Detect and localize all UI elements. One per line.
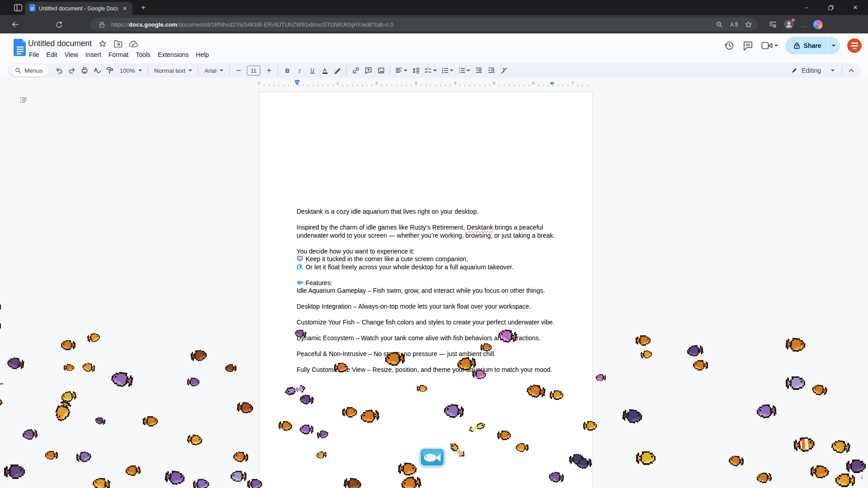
doc-line[interactable]: Or let it float freely across your whole… <box>297 263 555 272</box>
align-button[interactable] <box>393 65 409 76</box>
fish-sprite[interactable] <box>756 404 778 421</box>
doc-line[interactable]: You decide how you want to experience it… <box>297 248 555 256</box>
browser-profile-avatar[interactable] <box>783 19 794 30</box>
fish-sprite[interactable] <box>416 385 427 394</box>
account-avatar[interactable] <box>847 38 862 53</box>
font-select[interactable]: Arial <box>201 65 226 76</box>
font-size-input[interactable]: 11 <box>247 66 260 75</box>
fish-sprite[interactable] <box>686 344 705 359</box>
decrease-font-size-button[interactable] <box>232 65 245 76</box>
increase-font-size-button[interactable] <box>263 65 275 76</box>
fish-sprite[interactable] <box>548 471 565 485</box>
fish-sprite[interactable] <box>809 465 830 481</box>
doc-line[interactable]: Idle Aquarium Gameplay – Fish swim, grow… <box>297 287 555 295</box>
print-button[interactable] <box>79 65 91 76</box>
fish-sprite[interactable] <box>316 450 328 460</box>
italic-button[interactable]: I <box>293 65 306 76</box>
doc-paragraph[interactable]: Peaceful & Non-Intrusive – No stress, no… <box>297 350 555 358</box>
menu-view[interactable]: View <box>61 50 82 60</box>
fish-sprite[interactable] <box>635 451 656 467</box>
fish-sprite[interactable] <box>225 364 237 374</box>
window-close-button[interactable]: ✕ <box>851 4 860 11</box>
doc-line[interactable]: underwater world to your screen — whethe… <box>297 232 555 240</box>
fish-sprite[interactable] <box>45 451 58 461</box>
fish-sprite[interactable] <box>189 349 208 364</box>
fish-sprite[interactable] <box>620 408 643 426</box>
meet-dropdown-caret-icon[interactable] <box>774 45 778 47</box>
highlight-color-button[interactable] <box>331 65 344 76</box>
lock-icon[interactable] <box>97 19 107 29</box>
window-minimize-button[interactable]: – <box>802 4 811 11</box>
line-spacing-button[interactable] <box>410 65 422 76</box>
browser-menu-icon[interactable]: … <box>800 21 807 28</box>
zoom-select[interactable]: 100% <box>117 65 146 76</box>
fish-sprite[interactable] <box>0 399 2 408</box>
search-menus-button[interactable]: Menus <box>11 65 48 76</box>
back-icon[interactable] <box>10 19 21 30</box>
meet-video-icon[interactable] <box>761 40 773 52</box>
fish-sprite[interactable] <box>443 404 465 421</box>
fish-sprite[interactable] <box>693 360 709 372</box>
doc-paragraph[interactable]: Features:Idle Aquarium Gameplay – Fish s… <box>297 279 555 295</box>
refresh-icon[interactable] <box>53 19 64 30</box>
fish-sprite[interactable] <box>845 460 866 475</box>
menu-insert[interactable]: Insert <box>82 50 105 60</box>
text-color-button[interactable]: A <box>319 65 331 76</box>
fish-sprite[interactable] <box>582 421 597 432</box>
fish-sprite[interactable] <box>246 479 262 488</box>
window-restore-button[interactable] <box>826 5 835 10</box>
fish-sprite[interactable] <box>360 408 381 426</box>
doc-paragraph[interactable]: You decide how you want to experience it… <box>297 248 555 272</box>
browser-tab[interactable]: Untitled document - Google Docs ✕ <box>25 2 132 15</box>
undo-button[interactable] <box>53 65 66 76</box>
redo-button[interactable] <box>66 65 78 76</box>
fish-sprite[interactable] <box>294 329 307 340</box>
fish-sprite[interactable] <box>830 439 852 456</box>
share-dropdown-caret-icon[interactable] <box>828 37 840 54</box>
collapse-toolbar-button[interactable] <box>845 65 857 76</box>
doc-paragraph[interactable]: Desktank is a cozy idle aquarium that li… <box>297 208 555 216</box>
version-history-icon[interactable] <box>723 40 735 52</box>
fish-sprite[interactable] <box>63 364 74 373</box>
share-button[interactable]: Share <box>785 37 840 54</box>
fish-sprite[interactable] <box>784 376 805 392</box>
url-text[interactable]: https://docs.google.com/document/d/1RNhs… <box>111 21 711 28</box>
fish-sprite[interactable] <box>277 420 293 433</box>
fish-sprite[interactable] <box>163 469 185 488</box>
fish-sprite[interactable] <box>61 340 76 352</box>
fish-sprite[interactable] <box>92 477 112 488</box>
docs-logo-icon[interactable] <box>14 39 27 58</box>
menu-edit[interactable]: Edit <box>43 50 61 60</box>
favorites-bar-icon[interactable] <box>768 19 778 29</box>
first-line-indent-marker[interactable] <box>295 80 300 82</box>
checklist-button[interactable] <box>422 65 439 76</box>
fish-sprite[interactable] <box>0 303 1 313</box>
fish-sprite[interactable] <box>635 335 651 347</box>
fish-sprite[interactable] <box>471 369 486 381</box>
fish-sprite[interactable] <box>596 374 607 383</box>
menu-tools[interactable]: Tools <box>132 50 154 60</box>
favorite-star-icon[interactable] <box>743 19 753 29</box>
add-comment-button[interactable] <box>362 65 374 76</box>
fish-sprite[interactable] <box>496 431 511 442</box>
fish-sprite[interactable] <box>341 407 357 419</box>
bold-button[interactable]: B <box>281 65 293 76</box>
paragraph-style-select[interactable]: Normal text <box>151 65 195 76</box>
doc-paragraph[interactable]: Customize Your Fish – Change fish colors… <box>297 319 555 327</box>
tab-workspaces-icon[interactable] <box>13 3 24 13</box>
fish-sprite[interactable] <box>142 416 158 428</box>
doc-paragraph[interactable]: Desktop Integration – Always-on-top mode… <box>297 303 555 311</box>
fish-sprite[interactable] <box>549 390 563 402</box>
star-document-icon[interactable] <box>98 39 107 48</box>
fish-sprite[interactable] <box>3 465 25 481</box>
fish-sprite[interactable] <box>396 462 417 478</box>
spellcheck-button[interactable] <box>91 65 104 76</box>
menu-extensions[interactable]: Extensions <box>154 50 192 60</box>
doc-line[interactable]: Desktank is a cozy idle aquarium that li… <box>297 208 555 216</box>
paint-format-button[interactable] <box>104 65 116 76</box>
fish-sprite[interactable] <box>186 378 199 388</box>
fish-sprite[interactable] <box>792 436 816 455</box>
doc-line[interactable]: Inspired by the charm of idle games like… <box>297 224 555 232</box>
fish-sprite[interactable] <box>231 471 248 483</box>
insert-image-button[interactable] <box>375 65 387 76</box>
